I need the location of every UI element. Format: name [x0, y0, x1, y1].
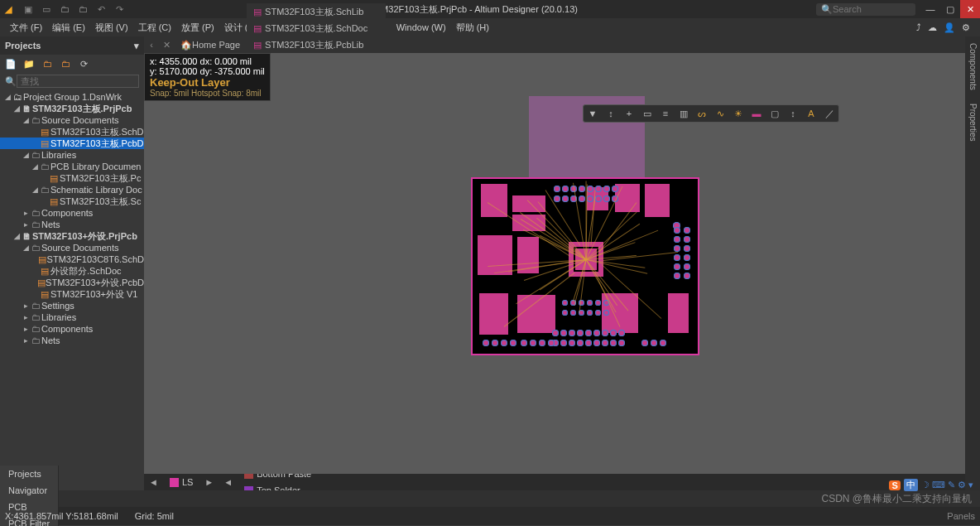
via-icon[interactable]: ∿: [714, 108, 726, 119]
tree-twisty-icon[interactable]: ▸: [22, 325, 30, 333]
project-tree[interactable]: ◢🗂Project Group 1.DsnWrk◢🗎STM32F103主板.Pr…: [0, 89, 144, 490]
layer-tab[interactable]: Bottom Paste: [238, 474, 328, 482]
pcb-canvas[interactable]: x: 4355.000 dx: 0.000 mil y: 5170.000 dy…: [144, 53, 980, 474]
document-tab[interactable]: ▤STM32F103主板.PcbLib: [247, 36, 386, 53]
menu-item[interactable]: 帮助 (H): [451, 22, 494, 32]
line-icon[interactable]: ／: [824, 108, 835, 119]
layer-ls-right-icon[interactable]: ►: [199, 477, 219, 487]
tree-item[interactable]: ▸🗀Nets: [0, 335, 144, 346]
layer-ls-left-icon[interactable]: ◄: [219, 477, 238, 487]
tree-item[interactable]: ◢🗎STM32F103+外设.PrjPcb: [0, 230, 144, 242]
tree-item[interactable]: ◢🗀Source Documents: [0, 242, 144, 253]
select-icon[interactable]: ↕: [605, 108, 617, 119]
undo-icon[interactable]: ↶: [94, 2, 108, 16]
align-h-icon[interactable]: ▥: [678, 108, 689, 119]
tree-twisty-icon[interactable]: ◢: [22, 151, 30, 159]
panels-button[interactable]: Panels: [947, 511, 975, 521]
tree-item[interactable]: ▤外设部分.SchDoc: [0, 265, 144, 277]
tree-item[interactable]: ◢🗂Project Group 1.DsnWrk: [0, 91, 144, 103]
link-icon[interactable]: 🗀: [60, 58, 71, 70]
tab-home[interactable]: 🏠 Home Page: [174, 36, 247, 53]
bottom-tab[interactable]: Navigator: [0, 482, 59, 499]
tree-item[interactable]: ◢🗀Libraries: [0, 149, 144, 161]
search-input[interactable]: [833, 4, 907, 14]
tree-item[interactable]: ◢🗀PCB Library Documen: [0, 161, 144, 172]
star-icon[interactable]: ☀: [733, 108, 744, 119]
panel-menu-icon[interactable]: ▾: [134, 41, 139, 51]
rect-icon[interactable]: ▭: [641, 108, 653, 119]
tree-twisty-icon[interactable]: ◢: [3, 93, 12, 101]
document-tab[interactable]: ▤STM32F103主板.SchLib: [247, 3, 386, 20]
open-icon[interactable]: ▭: [40, 2, 53, 16]
fill-icon[interactable]: ▬: [751, 108, 762, 119]
tree-twisty-icon[interactable]: ◢: [22, 116, 30, 124]
active-bar[interactable]: ▼ ↕ + ▭ ≡ ▥ ᔕ ∿ ☀ ▬ ▢ ↕ A ／: [583, 104, 839, 123]
open-project-icon[interactable]: 📁: [23, 58, 35, 70]
align-v-icon[interactable]: ≡: [660, 108, 671, 119]
layer-ls[interactable]: LS: [163, 474, 199, 490]
tree-item[interactable]: ▸🗀Libraries: [0, 311, 144, 323]
bottom-tab[interactable]: Projects: [0, 466, 59, 482]
settings-icon[interactable]: ⚙: [962, 22, 970, 33]
user-icon[interactable]: 👤: [944, 22, 955, 33]
cloud-icon[interactable]: ☁: [928, 22, 937, 33]
dim-icon[interactable]: ↕: [787, 108, 799, 119]
tab-scroll-left-icon[interactable]: ‹: [146, 39, 157, 51]
tree-item[interactable]: ▤STM32F103主板.PcbD: [0, 138, 144, 149]
close-tab-icon[interactable]: ✕: [161, 39, 172, 51]
minimize-button[interactable]: —: [920, 0, 940, 18]
route-icon[interactable]: ᔕ: [696, 108, 708, 119]
layer-scroll-left-icon[interactable]: ◄: [144, 477, 163, 487]
tree-twisty-icon[interactable]: ◢: [31, 162, 39, 171]
tree-twisty-icon[interactable]: ▸: [22, 302, 30, 310]
sidebar-tab-components[interactable]: Components: [967, 36, 979, 97]
tree-twisty-icon[interactable]: ▸: [22, 209, 30, 217]
layer-tab[interactable]: Top Solder: [238, 482, 328, 490]
redo-icon[interactable]: ↷: [113, 2, 126, 16]
close-button[interactable]: ✕: [960, 0, 980, 18]
sidebar-tab-properties[interactable]: Properties: [967, 97, 979, 148]
share-icon[interactable]: ⤴: [916, 22, 921, 33]
tree-item[interactable]: ▤STM32F103主板.Sc: [0, 195, 144, 207]
maximize-button[interactable]: ▢: [940, 0, 960, 18]
print-icon[interactable]: 🗀: [76, 2, 89, 16]
refresh-icon[interactable]: ⟳: [78, 58, 89, 70]
tree-twisty-icon[interactable]: ▸: [22, 336, 30, 345]
menu-item[interactable]: 放置 (P): [176, 22, 219, 32]
tree-twisty-icon[interactable]: ▸: [22, 313, 30, 321]
global-search[interactable]: 🔍: [816, 3, 915, 16]
tree-twisty-icon[interactable]: ◢: [22, 244, 30, 252]
tree-twisty-icon[interactable]: ▸: [22, 220, 30, 229]
tree-item[interactable]: ▤STM32F103主板.SchD: [0, 126, 144, 138]
menu-item[interactable]: 视图 (V): [90, 22, 133, 32]
tree-twisty-icon[interactable]: ◢: [31, 186, 39, 194]
cross-icon[interactable]: +: [623, 108, 635, 119]
save-icon[interactable]: ▣: [22, 2, 35, 16]
tree-item[interactable]: ▸🗀Nets: [0, 219, 144, 230]
folder-icon[interactable]: 🗀: [58, 2, 71, 16]
tree-twisty-icon[interactable]: ◢: [12, 232, 21, 240]
tree-item[interactable]: ▸🗀Components: [0, 207, 144, 219]
tree-item[interactable]: ▤STM32F103+外设.PcbD: [0, 277, 144, 288]
tree-item[interactable]: ▸🗀Components: [0, 323, 144, 335]
pcb-board[interactable]: [471, 177, 699, 355]
project-search-input[interactable]: [17, 75, 139, 88]
tree-item[interactable]: ▤STM32F103+外设 V1: [0, 288, 144, 300]
document-tab[interactable]: ▤STM32F103主板.SchDoc: [247, 20, 386, 36]
menu-item[interactable]: 工程 (C): [133, 22, 176, 32]
menu-item[interactable]: 文件 (F): [5, 22, 47, 32]
filter-icon[interactable]: ▼: [587, 108, 598, 119]
region-icon[interactable]: ▢: [769, 108, 781, 119]
folder-add-icon[interactable]: 🗀: [41, 58, 53, 70]
tree-twisty-icon[interactable]: ◢: [12, 104, 21, 113]
menu-item[interactable]: 编辑 (E): [47, 22, 90, 32]
text-icon[interactable]: A: [805, 108, 817, 119]
new-doc-icon[interactable]: 📄: [5, 58, 17, 70]
tree-item[interactable]: ▸🗀Settings: [0, 300, 144, 311]
tree-item[interactable]: ▤STM32F103C8T6.SchD: [0, 253, 144, 265]
menu-item[interactable]: Window (W): [392, 22, 451, 32]
tree-item[interactable]: ◢🗀Source Documents: [0, 114, 144, 126]
tree-item[interactable]: ◢🗎STM32F103主板.PrjPcb: [0, 103, 144, 114]
tree-item[interactable]: ▤STM32F103主板.Pc: [0, 172, 144, 184]
tree-item[interactable]: ◢🗀Schematic Library Doc: [0, 184, 144, 195]
